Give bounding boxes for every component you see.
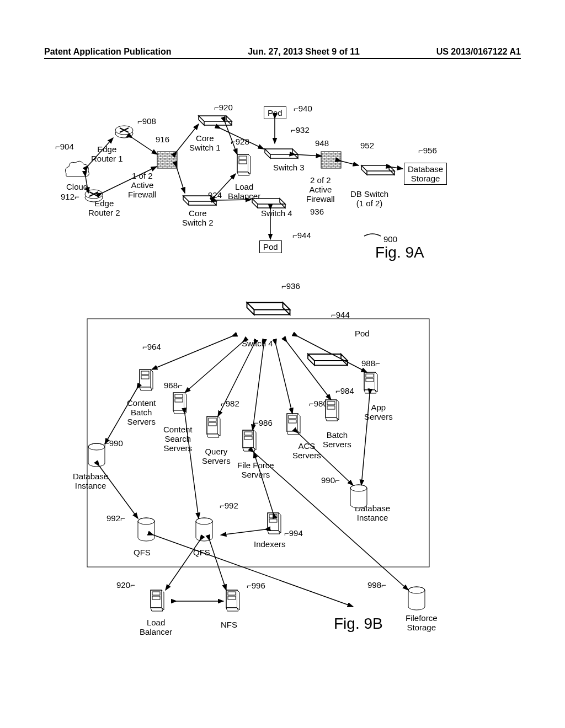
- switch-icon: [252, 199, 285, 208]
- svg-line-23: [392, 167, 403, 169]
- svg-line-39: [361, 394, 370, 485]
- cylinder-icon: [196, 518, 212, 541]
- svg-line-27: [253, 345, 264, 430]
- svg-line-11: [132, 138, 157, 154]
- cylinder-icon: [88, 443, 105, 467]
- svg-line-35: [210, 540, 226, 590]
- server-icon: [243, 430, 256, 451]
- svg-line-25: [185, 342, 243, 393]
- svg-line-32: [99, 466, 138, 518]
- svg-line-31: [105, 389, 137, 444]
- svg-line-36: [221, 529, 265, 535]
- server-icon: [226, 590, 239, 611]
- svg-line-16: [215, 174, 236, 196]
- svg-line-21: [295, 154, 322, 156]
- svg-line-10: [86, 176, 88, 193]
- server-icon: [207, 416, 220, 437]
- server-icon: [287, 414, 300, 435]
- svg-line-33: [185, 414, 199, 518]
- firewall-icon: [321, 152, 341, 168]
- firewall-icon: [157, 152, 177, 168]
- svg-line-28: [276, 345, 292, 414]
- svg-line-24: [152, 336, 232, 370]
- svg-line-14: [177, 167, 185, 193]
- svg-line-9: [88, 138, 113, 165]
- server-icon: [173, 393, 186, 414]
- switch-icon: [361, 165, 395, 175]
- server-icon: [268, 513, 281, 534]
- svg-line-40: [153, 535, 353, 607]
- svg-line-15: [225, 122, 237, 154]
- diagram-svg: [0, 0, 565, 728]
- switch-icon: [199, 116, 232, 125]
- router-icon: [115, 126, 133, 138]
- svg-line-34: [166, 540, 200, 590]
- svg-line-18: [217, 200, 251, 200]
- switch-icon: [183, 196, 216, 205]
- server-icon: [140, 370, 153, 390]
- svg-line-38: [298, 433, 353, 485]
- svg-line-26: [218, 345, 254, 416]
- cylinder-icon: [350, 485, 367, 508]
- svg-line-13: [177, 124, 199, 152]
- switch-icon: [265, 149, 298, 158]
- svg-line-17: [221, 129, 264, 149]
- svg-line-22: [341, 161, 359, 165]
- switch-icon: [308, 354, 348, 365]
- cylinder-icon: [408, 587, 425, 610]
- svg-line-12: [102, 167, 157, 193]
- server-icon: [151, 590, 164, 611]
- cylinder-icon: [138, 518, 154, 541]
- server-icon: [326, 400, 339, 421]
- server-icon: [364, 372, 377, 393]
- cloud-icon: [65, 161, 89, 176]
- server-icon: [237, 154, 250, 175]
